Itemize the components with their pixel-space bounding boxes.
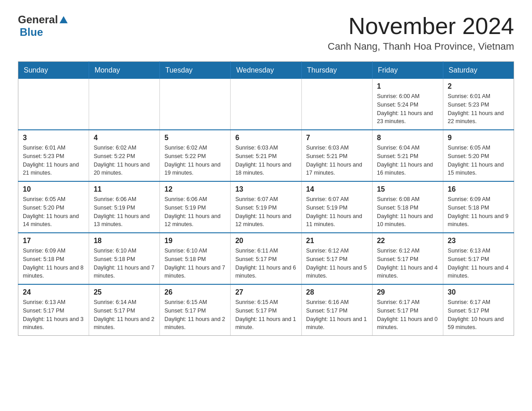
day-number: 11 <box>94 185 155 193</box>
day-number: 7 <box>306 134 368 142</box>
calendar-cell: 18Sunrise: 6:10 AM Sunset: 5:18 PM Dayli… <box>89 233 160 284</box>
calendar-cell: 22Sunrise: 6:12 AM Sunset: 5:17 PM Dayli… <box>372 233 443 284</box>
day-info: Sunrise: 6:04 AM Sunset: 5:21 PM Dayligh… <box>377 144 438 177</box>
day-info: Sunrise: 6:09 AM Sunset: 5:18 PM Dayligh… <box>23 247 84 280</box>
day-number: 28 <box>306 288 368 296</box>
day-info: Sunrise: 6:02 AM Sunset: 5:22 PM Dayligh… <box>164 144 226 177</box>
day-number: 6 <box>235 134 296 142</box>
calendar-cell <box>89 79 160 130</box>
day-info: Sunrise: 6:08 AM Sunset: 5:18 PM Dayligh… <box>377 195 438 229</box>
logo-triangle-icon <box>59 15 69 25</box>
day-info: Sunrise: 6:14 AM Sunset: 5:17 PM Dayligh… <box>94 298 155 332</box>
calendar-cell: 20Sunrise: 6:11 AM Sunset: 5:17 PM Dayli… <box>231 233 301 284</box>
day-number: 22 <box>377 237 438 245</box>
day-info: Sunrise: 6:03 AM Sunset: 5:21 PM Dayligh… <box>235 144 296 177</box>
day-number: 9 <box>448 134 509 142</box>
calendar-cell: 29Sunrise: 6:17 AM Sunset: 5:17 PM Dayli… <box>372 284 443 336</box>
day-info: Sunrise: 6:09 AM Sunset: 5:18 PM Dayligh… <box>448 195 509 229</box>
calendar-cell: 25Sunrise: 6:14 AM Sunset: 5:17 PM Dayli… <box>89 284 160 336</box>
calendar-cell: 6Sunrise: 6:03 AM Sunset: 5:21 PM Daylig… <box>231 130 301 181</box>
day-info: Sunrise: 6:06 AM Sunset: 5:19 PM Dayligh… <box>164 195 226 229</box>
title-area: November 2024 Canh Nang, Thanh Hoa Provi… <box>328 13 514 52</box>
day-number: 8 <box>377 134 438 142</box>
day-number: 21 <box>306 237 368 245</box>
day-number: 25 <box>94 288 155 296</box>
day-number: 2 <box>448 82 509 90</box>
day-info: Sunrise: 6:12 AM Sunset: 5:17 PM Dayligh… <box>377 247 438 280</box>
day-number: 19 <box>164 237 226 245</box>
day-info: Sunrise: 6:15 AM Sunset: 5:17 PM Dayligh… <box>164 298 226 332</box>
calendar-cell: 5Sunrise: 6:02 AM Sunset: 5:22 PM Daylig… <box>160 130 231 181</box>
calendar-cell: 4Sunrise: 6:02 AM Sunset: 5:22 PM Daylig… <box>89 130 160 181</box>
calendar-week-row: 1Sunrise: 6:00 AM Sunset: 5:24 PM Daylig… <box>18 79 514 130</box>
calendar-cell: 27Sunrise: 6:15 AM Sunset: 5:17 PM Dayli… <box>231 284 301 336</box>
calendar-cell: 10Sunrise: 6:05 AM Sunset: 5:20 PM Dayli… <box>18 181 89 233</box>
calendar-cell: 8Sunrise: 6:04 AM Sunset: 5:21 PM Daylig… <box>372 130 443 181</box>
day-number: 14 <box>306 185 368 193</box>
calendar-cell: 12Sunrise: 6:06 AM Sunset: 5:19 PM Dayli… <box>160 181 231 233</box>
calendar-cell: 24Sunrise: 6:13 AM Sunset: 5:17 PM Dayli… <box>18 284 89 336</box>
calendar-header-tuesday: Tuesday <box>160 62 231 79</box>
day-info: Sunrise: 6:03 AM Sunset: 5:21 PM Dayligh… <box>306 144 368 177</box>
calendar-week-row: 24Sunrise: 6:13 AM Sunset: 5:17 PM Dayli… <box>18 284 514 336</box>
day-info: Sunrise: 6:06 AM Sunset: 5:19 PM Dayligh… <box>94 195 155 229</box>
day-number: 13 <box>235 185 296 193</box>
calendar-cell <box>301 79 372 130</box>
day-number: 30 <box>448 288 509 296</box>
calendar-header-saturday: Saturday <box>443 62 514 79</box>
calendar-cell: 28Sunrise: 6:16 AM Sunset: 5:17 PM Dayli… <box>301 284 372 336</box>
day-number: 4 <box>94 134 155 142</box>
calendar-cell: 26Sunrise: 6:15 AM Sunset: 5:17 PM Dayli… <box>160 284 231 336</box>
calendar-header-row: SundayMondayTuesdayWednesdayThursdayFrid… <box>18 62 514 79</box>
day-info: Sunrise: 6:00 AM Sunset: 5:24 PM Dayligh… <box>377 92 438 126</box>
page-title: November 2024 <box>328 13 514 39</box>
day-number: 29 <box>377 288 438 296</box>
calendar-cell <box>18 79 89 130</box>
day-number: 10 <box>23 185 84 193</box>
day-info: Sunrise: 6:02 AM Sunset: 5:22 PM Dayligh… <box>94 144 155 177</box>
logo-general-text: General <box>18 13 58 26</box>
calendar-cell: 2Sunrise: 6:01 AM Sunset: 5:23 PM Daylig… <box>443 79 514 130</box>
day-number: 26 <box>164 288 226 296</box>
day-info: Sunrise: 6:16 AM Sunset: 5:17 PM Dayligh… <box>306 298 368 332</box>
calendar-cell: 17Sunrise: 6:09 AM Sunset: 5:18 PM Dayli… <box>18 233 89 284</box>
calendar-table: SundayMondayTuesdayWednesdayThursdayFrid… <box>18 61 514 336</box>
calendar-cell: 19Sunrise: 6:10 AM Sunset: 5:18 PM Dayli… <box>160 233 231 284</box>
calendar-cell: 30Sunrise: 6:17 AM Sunset: 5:17 PM Dayli… <box>443 284 514 336</box>
calendar-cell: 11Sunrise: 6:06 AM Sunset: 5:19 PM Dayli… <box>89 181 160 233</box>
day-info: Sunrise: 6:07 AM Sunset: 5:19 PM Dayligh… <box>306 195 368 229</box>
day-info: Sunrise: 6:15 AM Sunset: 5:17 PM Dayligh… <box>235 298 296 332</box>
day-number: 17 <box>23 237 84 245</box>
calendar-cell <box>231 79 301 130</box>
page-subtitle: Canh Nang, Thanh Hoa Province, Vietnam <box>328 41 514 52</box>
svg-marker-0 <box>60 16 68 23</box>
day-number: 23 <box>448 237 509 245</box>
logo: General Blue <box>18 13 69 39</box>
day-info: Sunrise: 6:10 AM Sunset: 5:18 PM Dayligh… <box>164 247 226 280</box>
day-number: 18 <box>94 237 155 245</box>
calendar-week-row: 10Sunrise: 6:05 AM Sunset: 5:20 PM Dayli… <box>18 181 514 233</box>
day-number: 5 <box>164 134 226 142</box>
day-info: Sunrise: 6:11 AM Sunset: 5:17 PM Dayligh… <box>235 247 296 280</box>
calendar-cell: 16Sunrise: 6:09 AM Sunset: 5:18 PM Dayli… <box>443 181 514 233</box>
calendar-cell: 15Sunrise: 6:08 AM Sunset: 5:18 PM Dayli… <box>372 181 443 233</box>
calendar-header-wednesday: Wednesday <box>231 62 301 79</box>
calendar-cell <box>160 79 231 130</box>
day-info: Sunrise: 6:13 AM Sunset: 5:17 PM Dayligh… <box>23 298 84 332</box>
day-number: 15 <box>377 185 438 193</box>
page-header: General Blue November 2024 Canh Nang, Th… <box>18 13 514 52</box>
day-number: 20 <box>235 237 296 245</box>
logo-blue-text: Blue <box>20 26 43 38</box>
calendar-cell: 23Sunrise: 6:13 AM Sunset: 5:17 PM Dayli… <box>443 233 514 284</box>
day-info: Sunrise: 6:13 AM Sunset: 5:17 PM Dayligh… <box>448 247 509 280</box>
day-number: 27 <box>235 288 296 296</box>
calendar-week-row: 17Sunrise: 6:09 AM Sunset: 5:18 PM Dayli… <box>18 233 514 284</box>
calendar-cell: 3Sunrise: 6:01 AM Sunset: 5:23 PM Daylig… <box>18 130 89 181</box>
day-number: 24 <box>23 288 84 296</box>
day-info: Sunrise: 6:10 AM Sunset: 5:18 PM Dayligh… <box>94 247 155 280</box>
calendar-cell: 7Sunrise: 6:03 AM Sunset: 5:21 PM Daylig… <box>301 130 372 181</box>
day-number: 12 <box>164 185 226 193</box>
day-info: Sunrise: 6:05 AM Sunset: 5:20 PM Dayligh… <box>448 144 509 177</box>
calendar-cell: 1Sunrise: 6:00 AM Sunset: 5:24 PM Daylig… <box>372 79 443 130</box>
calendar-header-friday: Friday <box>372 62 443 79</box>
